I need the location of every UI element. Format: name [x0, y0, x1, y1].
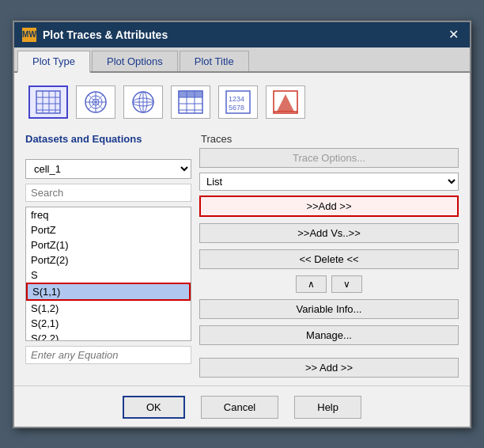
- list-item[interactable]: PortZ(1): [26, 237, 191, 252]
- datasets-label: Datasets and Equations: [25, 133, 142, 145]
- tab-plot-type[interactable]: Plot Type: [17, 51, 90, 73]
- equation-input[interactable]: [25, 346, 191, 364]
- manage-button[interactable]: Manage...: [199, 325, 459, 345]
- right-panel: Traces Trace Options... List >>Add >> >>…: [199, 133, 459, 378]
- list-item[interactable]: S: [26, 268, 191, 283]
- plot-icon-numeric[interactable]: 1234 5678: [218, 85, 258, 119]
- svg-text:5678: 5678: [229, 104, 244, 112]
- svg-text:1234: 1234: [229, 95, 244, 103]
- add-vs-button[interactable]: >>Add Vs..>>: [199, 223, 459, 243]
- variable-listbox[interactable]: freq PortZ PortZ(1) PortZ(2) S S(1,1) S(…: [25, 207, 191, 341]
- dataset-dropdown[interactable]: cell_1: [25, 159, 191, 179]
- list-item[interactable]: S(2,1): [26, 316, 191, 331]
- plot-icon-tabular[interactable]: [171, 85, 210, 119]
- variable-info-button[interactable]: Variable Info...: [199, 299, 459, 319]
- bottom-add-section: >> Add >>: [199, 358, 459, 378]
- list-item[interactable]: S(2,2): [26, 331, 191, 341]
- add-button[interactable]: >>Add >>: [199, 196, 459, 217]
- list-item[interactable]: PortZ: [26, 222, 191, 237]
- plot-icon-3d-polar[interactable]: [123, 85, 163, 119]
- title-bar-left: MW Plot Traces & Attributes: [22, 28, 168, 42]
- ok-button[interactable]: OK: [123, 396, 185, 419]
- cancel-button[interactable]: Cancel: [201, 396, 278, 419]
- trace-options-button[interactable]: Trace Options...: [199, 148, 459, 168]
- bottom-add-button[interactable]: >> Add >>: [199, 358, 459, 378]
- title-bar: MW Plot Traces & Attributes ✕: [14, 22, 470, 47]
- list-type-dropdown[interactable]: List: [199, 173, 459, 191]
- list-item[interactable]: S(1,2): [26, 301, 191, 316]
- dialog-title: Plot Traces & Attributes: [43, 28, 168, 41]
- traces-section: Traces Trace Options...: [199, 133, 459, 168]
- traces-label: Traces: [199, 133, 459, 145]
- svg-marker-29: [277, 94, 294, 112]
- delete-button[interactable]: << Delete <<: [199, 249, 459, 269]
- section-header-row: Datasets and Equations: [25, 133, 191, 150]
- up-down-row: ∧ ∨: [199, 275, 459, 293]
- dialog: MW Plot Traces & Attributes ✕ Plot Type …: [13, 21, 471, 428]
- tab-bar: Plot Type Plot Options Plot Title: [14, 47, 470, 73]
- list-item[interactable]: freq: [26, 207, 191, 222]
- tab-plot-options[interactable]: Plot Options: [92, 51, 178, 71]
- plot-icon-histogram[interactable]: [266, 85, 305, 119]
- svg-rect-20: [179, 91, 202, 97]
- main-area: Datasets and Equations cell_1 freq PortZ…: [25, 133, 459, 378]
- content-area: 1234 5678 Datasets and Equations: [14, 73, 470, 385]
- plot-icon-polar[interactable]: [76, 85, 115, 119]
- up-button[interactable]: ∧: [296, 275, 327, 293]
- help-button[interactable]: Help: [294, 396, 361, 419]
- list-type-row: List: [199, 173, 459, 191]
- close-button[interactable]: ✕: [445, 27, 462, 43]
- tab-plot-title[interactable]: Plot Title: [180, 51, 249, 71]
- down-button[interactable]: ∨: [331, 275, 362, 293]
- app-icon: MW: [22, 28, 36, 42]
- footer: OK Cancel Help: [14, 385, 470, 427]
- plot-icon-rectangular[interactable]: [28, 85, 68, 119]
- search-input[interactable]: [25, 184, 191, 202]
- plot-type-icons: 1234 5678: [25, 81, 459, 123]
- left-panel: Datasets and Equations cell_1 freq PortZ…: [25, 133, 191, 378]
- list-item-selected[interactable]: S(1,1): [26, 283, 191, 301]
- list-item[interactable]: PortZ(2): [26, 252, 191, 268]
